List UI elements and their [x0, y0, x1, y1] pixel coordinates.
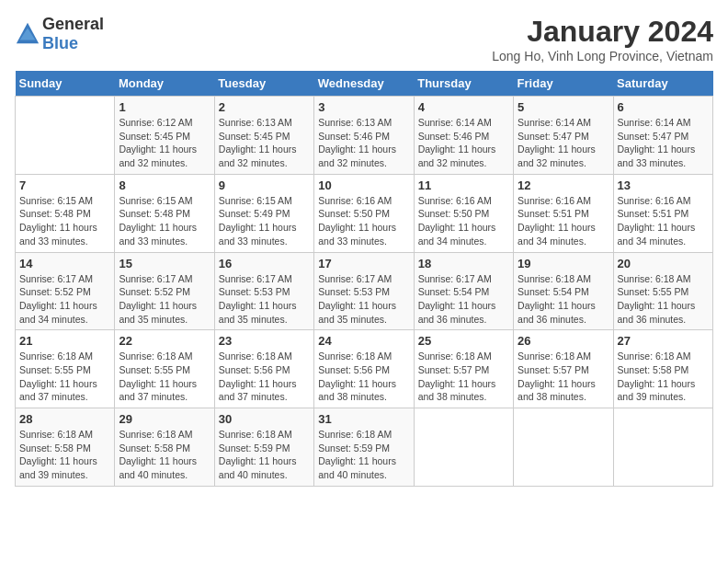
day-info: Sunrise: 6:15 AMSunset: 5:49 PMDaylight:… — [219, 194, 310, 248]
day-info: Sunrise: 6:15 AMSunset: 5:48 PMDaylight:… — [19, 194, 110, 248]
day-cell: 16Sunrise: 6:17 AMSunset: 5:53 PMDayligh… — [214, 252, 313, 330]
day-cell: 9Sunrise: 6:15 AMSunset: 5:49 PMDaylight… — [214, 174, 313, 252]
day-cell: 25Sunrise: 6:18 AMSunset: 5:57 PMDayligh… — [414, 330, 513, 408]
day-number: 21 — [19, 334, 110, 348]
day-info: Sunrise: 6:13 AMSunset: 5:46 PMDaylight:… — [318, 116, 409, 170]
day-number: 3 — [318, 100, 409, 114]
day-number: 12 — [518, 178, 609, 192]
day-info: Sunrise: 6:18 AMSunset: 5:55 PMDaylight:… — [19, 350, 110, 404]
day-info: Sunrise: 6:16 AMSunset: 5:50 PMDaylight:… — [318, 194, 409, 248]
day-number: 20 — [618, 257, 709, 270]
day-info: Sunrise: 6:13 AMSunset: 5:45 PMDaylight:… — [219, 116, 310, 170]
day-header-row: SundayMondayTuesdayWednesdayThursdayFrid… — [16, 71, 713, 97]
day-cell: 7Sunrise: 6:15 AMSunset: 5:48 PMDaylight… — [16, 174, 115, 252]
day-info: Sunrise: 6:14 AMSunset: 5:46 PMDaylight:… — [418, 116, 509, 170]
day-cell: 23Sunrise: 6:18 AMSunset: 5:56 PMDayligh… — [214, 330, 313, 408]
day-cell: 31Sunrise: 6:18 AMSunset: 5:59 PMDayligh… — [314, 408, 414, 487]
calendar-subtitle: Long Ho, Vinh Long Province, Vietnam — [492, 49, 713, 63]
day-header-sunday: Sunday — [16, 71, 115, 97]
day-info: Sunrise: 6:18 AMSunset: 5:59 PMDaylight:… — [318, 428, 409, 482]
day-info: Sunrise: 6:18 AMSunset: 5:55 PMDaylight:… — [119, 350, 210, 404]
day-cell: 17Sunrise: 6:17 AMSunset: 5:53 PMDayligh… — [314, 252, 414, 330]
day-cell: 19Sunrise: 6:18 AMSunset: 5:54 PMDayligh… — [514, 252, 613, 330]
day-info: Sunrise: 6:18 AMSunset: 5:57 PMDaylight:… — [518, 350, 609, 404]
day-cell: 29Sunrise: 6:18 AMSunset: 5:58 PMDayligh… — [115, 408, 214, 487]
logo-general: General — [42, 15, 104, 33]
day-cell: 27Sunrise: 6:18 AMSunset: 5:58 PMDayligh… — [613, 330, 712, 408]
day-cell: 5Sunrise: 6:14 AMSunset: 5:47 PMDaylight… — [514, 97, 613, 175]
week-row-3: 21Sunrise: 6:18 AMSunset: 5:55 PMDayligh… — [16, 330, 713, 408]
day-info: Sunrise: 6:18 AMSunset: 5:58 PMDaylight:… — [119, 428, 210, 482]
day-info: Sunrise: 6:14 AMSunset: 5:47 PMDaylight:… — [518, 116, 609, 170]
day-cell: 10Sunrise: 6:16 AMSunset: 5:50 PMDayligh… — [314, 174, 414, 252]
day-number: 31 — [318, 412, 409, 426]
day-number: 17 — [318, 257, 409, 270]
day-number: 8 — [119, 178, 210, 192]
day-info: Sunrise: 6:17 AMSunset: 5:54 PMDaylight:… — [418, 272, 509, 327]
day-number: 26 — [518, 334, 609, 348]
day-number: 25 — [418, 334, 509, 348]
day-info: Sunrise: 6:18 AMSunset: 5:57 PMDaylight:… — [418, 350, 509, 404]
day-info: Sunrise: 6:16 AMSunset: 5:51 PMDaylight:… — [518, 194, 609, 248]
day-number: 15 — [119, 257, 210, 270]
day-cell: 13Sunrise: 6:16 AMSunset: 5:51 PMDayligh… — [613, 174, 712, 252]
page-header: General Blue January 2024 Long Ho, Vinh … — [15, 15, 713, 63]
day-header-friday: Friday — [514, 71, 613, 97]
day-number: 7 — [19, 178, 110, 192]
day-info: Sunrise: 6:12 AMSunset: 5:45 PMDaylight:… — [119, 116, 210, 170]
week-row-0: 1Sunrise: 6:12 AMSunset: 5:45 PMDaylight… — [16, 97, 713, 175]
day-number: 22 — [119, 334, 210, 348]
day-number: 6 — [618, 100, 709, 114]
day-header-monday: Monday — [115, 71, 214, 97]
day-cell: 28Sunrise: 6:18 AMSunset: 5:58 PMDayligh… — [16, 408, 115, 487]
day-cell: 21Sunrise: 6:18 AMSunset: 5:55 PMDayligh… — [16, 330, 115, 408]
day-info: Sunrise: 6:18 AMSunset: 5:54 PMDaylight:… — [518, 272, 609, 327]
day-number: 1 — [119, 100, 210, 114]
logo: General Blue — [15, 15, 104, 53]
day-info: Sunrise: 6:16 AMSunset: 5:51 PMDaylight:… — [618, 194, 709, 248]
week-row-1: 7Sunrise: 6:15 AMSunset: 5:48 PMDaylight… — [16, 174, 713, 252]
day-number: 18 — [418, 257, 509, 270]
calendar-table: SundayMondayTuesdayWednesdayThursdayFrid… — [15, 71, 713, 487]
day-header-wednesday: Wednesday — [314, 71, 414, 97]
day-cell: 24Sunrise: 6:18 AMSunset: 5:56 PMDayligh… — [314, 330, 414, 408]
day-cell: 4Sunrise: 6:14 AMSunset: 5:46 PMDaylight… — [414, 97, 513, 175]
day-header-tuesday: Tuesday — [214, 71, 313, 97]
day-cell: 8Sunrise: 6:15 AMSunset: 5:48 PMDaylight… — [115, 174, 214, 252]
day-number: 24 — [318, 334, 409, 348]
day-cell: 12Sunrise: 6:16 AMSunset: 5:51 PMDayligh… — [514, 174, 613, 252]
day-cell: 11Sunrise: 6:16 AMSunset: 5:50 PMDayligh… — [414, 174, 513, 252]
logo-blue: Blue — [42, 34, 78, 52]
logo-icon — [15, 21, 40, 47]
week-row-2: 14Sunrise: 6:17 AMSunset: 5:52 PMDayligh… — [16, 252, 713, 330]
day-number: 23 — [219, 334, 310, 348]
day-cell: 3Sunrise: 6:13 AMSunset: 5:46 PMDaylight… — [314, 97, 414, 175]
day-header-thursday: Thursday — [414, 71, 513, 97]
day-info: Sunrise: 6:18 AMSunset: 5:55 PMDaylight:… — [618, 272, 709, 327]
day-number: 29 — [119, 412, 210, 426]
day-info: Sunrise: 6:18 AMSunset: 5:56 PMDaylight:… — [318, 350, 409, 404]
day-info: Sunrise: 6:17 AMSunset: 5:52 PMDaylight:… — [19, 272, 110, 327]
calendar-title: January 2024 — [492, 15, 713, 49]
day-info: Sunrise: 6:18 AMSunset: 5:56 PMDaylight:… — [219, 350, 310, 404]
day-cell: 20Sunrise: 6:18 AMSunset: 5:55 PMDayligh… — [613, 252, 712, 330]
day-info: Sunrise: 6:17 AMSunset: 5:53 PMDaylight:… — [219, 272, 310, 327]
day-number: 27 — [618, 334, 709, 348]
day-cell: 22Sunrise: 6:18 AMSunset: 5:55 PMDayligh… — [115, 330, 214, 408]
day-header-saturday: Saturday — [613, 71, 712, 97]
day-number: 2 — [219, 100, 310, 114]
day-number: 9 — [219, 178, 310, 192]
day-info: Sunrise: 6:17 AMSunset: 5:53 PMDaylight:… — [318, 272, 409, 327]
day-number: 28 — [19, 412, 110, 426]
day-cell — [613, 408, 712, 487]
day-info: Sunrise: 6:18 AMSunset: 5:59 PMDaylight:… — [219, 428, 310, 482]
day-cell — [414, 408, 513, 487]
day-info: Sunrise: 6:18 AMSunset: 5:58 PMDaylight:… — [19, 428, 110, 482]
day-number: 10 — [318, 178, 409, 192]
day-cell — [514, 408, 613, 487]
day-cell — [16, 97, 115, 175]
day-cell: 1Sunrise: 6:12 AMSunset: 5:45 PMDaylight… — [115, 97, 214, 175]
day-number: 19 — [518, 257, 609, 270]
day-number: 5 — [518, 100, 609, 114]
day-cell: 14Sunrise: 6:17 AMSunset: 5:52 PMDayligh… — [16, 252, 115, 330]
